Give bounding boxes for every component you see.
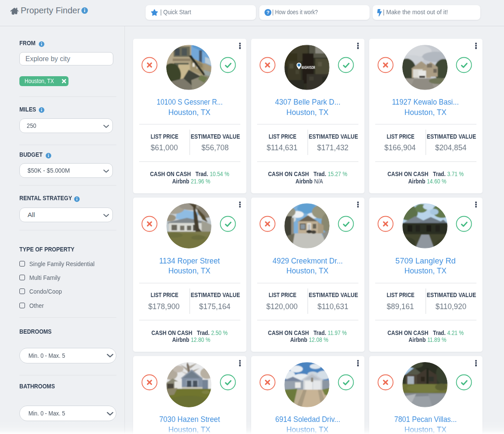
svg-text:MASHVISOR: MASHVISOR	[302, 65, 315, 70]
svg-text:?: ?	[266, 10, 269, 15]
